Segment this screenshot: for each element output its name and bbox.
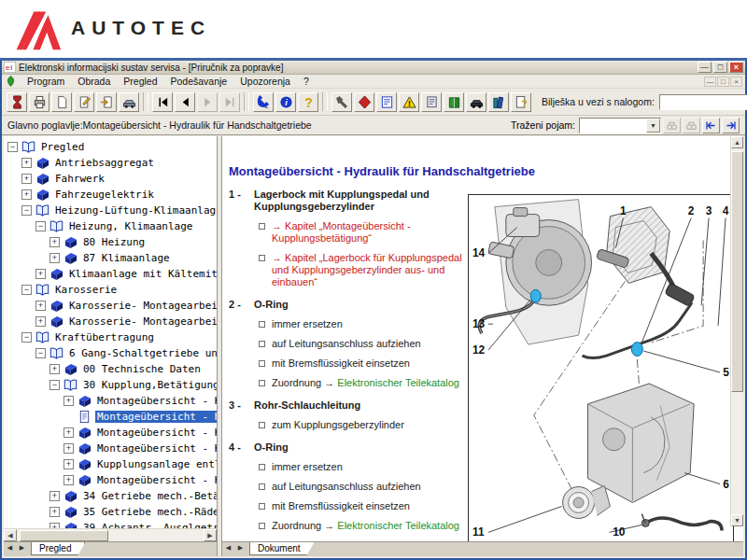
menu-item-program[interactable]: Program [21,76,71,87]
expand-icon[interactable]: + [21,174,32,184]
nav-last-button[interactable] [219,92,240,112]
nav-next-button[interactable] [197,92,218,112]
tree-item-label[interactable]: Kraftübertragung [53,331,156,343]
tree-item[interactable]: +34 Getriebe mech.-Betät.,ZSB. [4,488,217,504]
expand-icon[interactable]: + [49,491,60,501]
tree-item[interactable]: −Heizung-Lüftung-Klimaanlage [4,203,217,218]
nav-first-button[interactable] [152,92,173,112]
tree-item-label[interactable]: Pregled [39,141,86,153]
print-button[interactable] [29,92,49,112]
scroll-left-icon[interactable]: ◀ [4,529,17,541]
mdi-close-button[interactable]: × [730,77,742,87]
tree-item-label[interactable]: 00 Technische Daten [81,363,203,375]
flag-button[interactable] [421,92,442,112]
scroll-down-icon[interactable]: ▼ [731,514,743,526]
document-vscrollbar[interactable]: ▲ ▼ [730,136,743,526]
tree-item[interactable]: +Karosserie- Montagearbeiten Inn [4,298,217,314]
expand-icon[interactable]: + [63,396,74,406]
nav-prev-button[interactable] [175,92,195,112]
tree-item[interactable]: +Klimaanlage mit Kältemittel R13 [4,266,217,282]
tree-item[interactable]: +Montageübersicht - Kupplung [4,425,217,441]
expand-icon[interactable]: + [21,189,32,200]
tree-item[interactable]: +Montageübersicht - Kupplung [4,472,217,488]
car-button[interactable] [119,92,139,112]
menu-item-obrada[interactable]: Obrada [71,76,117,87]
menu-item-[interactable]: ? [297,76,316,87]
tree-item-label[interactable]: Montageübersicht - Kupplung [95,427,217,439]
green-book-button[interactable] [444,92,464,112]
tree-item-label[interactable]: Montageübersicht - Kupplung [95,395,217,407]
tab-pregled[interactable]: Pregled [31,542,85,555]
combo-dropdown-icon[interactable]: ▼ [646,119,660,133]
tree-item-label[interactable]: Karosserie- Montagearbeiten Inn [67,300,217,312]
tree-item-label[interactable]: Montageübersicht - Hydrauli [95,411,217,423]
tree-item[interactable]: +80 Heizung [4,234,217,250]
tree-item[interactable]: −30 Kupplung,Betätigung [4,377,217,393]
tab-next-icon[interactable]: ▶ [234,542,247,554]
tree-item[interactable]: +Montageübersicht - Kupplung [4,393,217,409]
menu-item-pregled[interactable]: Pregled [117,76,163,87]
expand-icon[interactable]: + [49,237,60,247]
tree-item[interactable]: Montageübersicht - Hydrauli [4,409,217,425]
collapse-icon[interactable]: − [35,221,46,231]
tree-item-label[interactable]: Fahrzeugelektrik [53,189,156,201]
tree-item[interactable]: +39 Achsantr.,Ausglgetr.,Diffs [4,520,217,528]
close-button[interactable]: × [729,62,743,73]
tree-item[interactable]: +Montageübersicht - Kupplung [4,441,217,456]
tree-item-label[interactable]: Montageübersicht - Kupplung [95,442,217,455]
hscroll-thumb[interactable] [20,530,108,541]
collapse-icon[interactable]: − [35,348,46,358]
expand-icon[interactable]: + [49,364,60,374]
tree-item[interactable]: +Antriebsaggregat [4,155,217,171]
tree-item-label[interactable]: 30 Kupplung,Betätigung [81,379,217,391]
tab-prev-icon[interactable]: ◀ [222,542,234,554]
tree-item[interactable]: −6 Gang-Schaltgetriebe und Autom [4,345,217,361]
parts-catalog-link[interactable]: Elektronischer Teilekatalog [337,520,459,531]
tree-item-label[interactable]: 35 Getriebe mech.-Räder,Welle [81,506,217,518]
info-button[interactable]: i [275,92,296,112]
expand-icon[interactable]: + [63,443,74,454]
search-input[interactable] [580,119,646,133]
expand-icon[interactable]: + [35,301,46,311]
mdi-minimize-button[interactable]: — [704,77,716,87]
tab-dokument[interactable]: Dokument [249,542,315,555]
tree-item-label[interactable]: 39 Achsantr.,Ausglgetr.,Diffs [81,522,217,528]
menu-item-upozorenja[interactable]: Upozorenja [233,76,297,87]
chapter-link[interactable]: → Kapitel „Montageübersicht - Kupplungsb… [272,220,411,244]
tree-item[interactable]: +Kupplungsanlage entlüften [4,456,217,472]
tree-item-label[interactable]: Heizung, Klimaanlage [67,220,194,232]
edit-doc-button[interactable] [74,92,94,112]
tree-item-label[interactable]: Karosserie- Montagearbeiten Aus [67,315,217,328]
tree-item-label[interactable]: Klimaanlage mit Kältemittel R13 [67,268,217,280]
note-input[interactable] [659,94,747,110]
expand-icon[interactable]: + [63,427,74,438]
parts-catalog-link[interactable]: Elektronischer Teilekatalog [337,377,459,388]
dark-car-button[interactable] [466,92,486,112]
tree-item[interactable]: −Heizung, Klimaanlage [4,218,217,234]
books-button[interactable] [488,92,509,112]
collapse-icon[interactable]: − [21,285,32,295]
tree-item-label[interactable]: Kupplungsanlage entlüften [95,458,217,470]
exit-button[interactable] [7,92,27,112]
collapse-icon[interactable]: − [7,142,18,152]
diamond-button[interactable] [354,92,374,112]
search-combo[interactable]: ▼ [579,118,661,133]
expand-icon[interactable]: + [63,475,74,485]
minimize-button[interactable]: — [698,62,712,73]
tree-item[interactable]: +00 Technische Daten [4,361,217,377]
warning-button[interactable]: ! [399,92,419,112]
expand-icon[interactable]: + [49,253,60,263]
scroll-up-icon[interactable]: ▲ [731,136,743,148]
tree-item[interactable]: −Kraftübertragung [4,329,217,345]
tree-item-label[interactable]: 34 Getriebe mech.-Betät.,ZSB. [81,490,217,502]
tree-hscrollbar[interactable]: ◀ ▶ [4,528,217,541]
chapter-link[interactable]: → Kapitel „Lagerbock für Kupplungspedal … [272,252,462,287]
collapse-icon[interactable]: − [21,205,32,216]
send-doc-button[interactable] [96,92,117,112]
mdi-restore-button[interactable]: □ [717,77,729,87]
restore-button[interactable]: □ [713,62,727,73]
goto-next-button[interactable] [722,118,740,133]
expand-icon[interactable]: + [35,269,46,279]
expand-icon[interactable]: + [21,158,32,168]
menu-item-podeavanje[interactable]: Podešavanje [164,76,234,87]
